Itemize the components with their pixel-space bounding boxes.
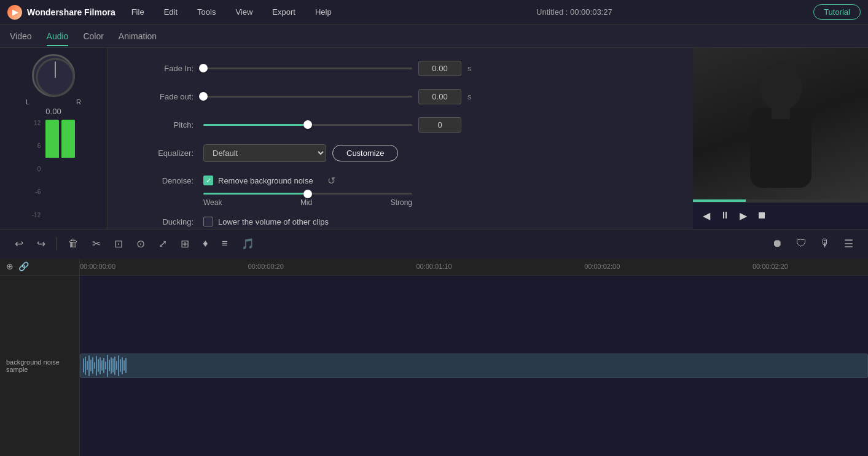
tabbar: Video Audio Color Animation xyxy=(0,25,868,48)
tab-color[interactable]: Color xyxy=(83,26,103,46)
play-pause-button[interactable]: ⏸ xyxy=(717,207,732,223)
tab-audio[interactable]: Audio xyxy=(47,26,69,46)
timeline-tracks: background noise sample xyxy=(0,276,868,457)
video-frame xyxy=(693,48,868,199)
fade-in-value[interactable] xyxy=(418,61,461,76)
waveform-bar xyxy=(114,357,115,375)
cut-button[interactable]: ✂ xyxy=(87,234,106,253)
tutorial-button[interactable]: Tutorial xyxy=(813,4,861,20)
menu-view[interactable]: View xyxy=(232,5,256,19)
video-progress-fill xyxy=(693,199,746,202)
denoise-scale-weak: Weak xyxy=(203,198,222,207)
denoise-reset-button[interactable]: ↺ xyxy=(323,172,340,189)
waveform-bar xyxy=(109,360,110,371)
tab-animation[interactable]: Animation xyxy=(119,26,157,46)
denoise-section: Denoise: ✓ Remove background noise ↺ Wea… xyxy=(108,167,693,212)
equalizer-content: Default Customize xyxy=(203,144,674,162)
main-area: L R 0.00 12 6 0 -6 -12 -18 -30 -42 -60 xyxy=(0,48,868,229)
menu-export[interactable]: Export xyxy=(268,5,299,19)
ducking-section: Ducking: Lower the volume of other clips… xyxy=(108,212,693,229)
menu-help[interactable]: Help xyxy=(311,5,335,19)
waveform-bar xyxy=(122,357,123,375)
toolbar-right: ⏺ 🛡 🎙 ☰ xyxy=(767,234,858,253)
waveform-bar xyxy=(105,361,106,369)
waveform-bar xyxy=(118,355,119,376)
waveform-bar xyxy=(123,360,125,371)
volume-dial[interactable] xyxy=(32,54,75,97)
pitch-value[interactable] xyxy=(418,117,461,133)
left-panel: L R 0.00 12 6 0 -6 -12 -18 -30 -42 -60 xyxy=(0,48,108,229)
audio-meter-container: L R 0.00 12 6 0 -6 -12 -18 -30 -42 -60 xyxy=(26,54,81,229)
video-progress-bar[interactable] xyxy=(693,199,868,202)
waveform-bar xyxy=(87,361,88,370)
pitch-slider-track[interactable] xyxy=(203,124,412,126)
waveform-bar xyxy=(116,361,117,370)
fade-out-slider-track[interactable] xyxy=(203,96,412,98)
waveform-bar xyxy=(90,360,92,371)
denoise-checkbox[interactable]: ✓ xyxy=(203,176,213,185)
delete-button[interactable]: 🗑 xyxy=(63,234,84,253)
effect-button[interactable]: ♦ xyxy=(198,234,213,253)
equalizer-select[interactable]: Default xyxy=(203,144,326,162)
denoise-scale-labels: Weak Mid Strong xyxy=(203,198,412,207)
person-svg xyxy=(732,53,830,194)
lr-labels: L R xyxy=(26,98,81,106)
track-label-area: background noise sample xyxy=(0,276,80,457)
ducking-checkbox[interactable] xyxy=(203,217,213,226)
track-label: background noise sample xyxy=(6,358,73,373)
tab-video[interactable]: Video xyxy=(10,26,32,46)
fade-out-content: s xyxy=(203,89,674,104)
shield-button[interactable]: 🛡 xyxy=(791,234,811,253)
list-button[interactable]: ☰ xyxy=(839,234,858,253)
video-preview xyxy=(693,48,868,199)
timestamp-1: 00:00:00:20 xyxy=(248,263,284,270)
record-button[interactable]: ⏺ xyxy=(767,234,788,253)
fit-button[interactable]: ⤢ xyxy=(154,234,172,253)
waveform-bar xyxy=(83,358,84,373)
denoise-slider-area: Weak Mid Strong xyxy=(203,193,674,207)
fade-in-slider-track[interactable] xyxy=(203,68,412,69)
timeline-ruler: ⊕ 🔗 00:00:00:00 00:00:00:20 00:00:01:10 … xyxy=(0,258,868,276)
track-clip[interactable] xyxy=(80,354,868,378)
pitch-content xyxy=(203,117,674,133)
next-frame-button[interactable]: ▶ xyxy=(737,207,749,224)
waveform-bar xyxy=(120,359,121,372)
undo-button[interactable]: ↩ xyxy=(10,234,28,253)
stop-button[interactable]: ⏹ xyxy=(754,207,769,223)
waveform-bar xyxy=(98,359,99,372)
ducking-label: Ducking: xyxy=(138,217,194,226)
fade-out-value[interactable] xyxy=(418,89,461,104)
app-logo-icon: ▶ xyxy=(7,5,22,20)
timeline-controls: ⊕ 🔗 xyxy=(0,258,80,275)
link-button[interactable]: 🔗 xyxy=(18,261,29,271)
denoise-slider-track[interactable] xyxy=(203,193,412,195)
rotate-button[interactable]: ⊙ xyxy=(131,234,150,253)
transform-button[interactable]: ⊞ xyxy=(176,234,194,253)
mic-button[interactable]: 🎙 xyxy=(815,234,835,253)
audio-button[interactable]: ≡ xyxy=(217,234,233,253)
prev-frame-button[interactable]: ◀ xyxy=(700,207,713,224)
meter-bar-left xyxy=(45,120,59,229)
app-logo: ▶ Wondershare Filmora xyxy=(7,5,115,20)
crop-button[interactable]: ⊡ xyxy=(109,234,128,253)
ducking-header: Ducking: Lower the volume of other clips xyxy=(138,217,674,226)
app-name: Wondershare Filmora xyxy=(27,7,115,17)
svg-point-1 xyxy=(759,62,802,111)
waveform-bar xyxy=(96,356,97,376)
waveform-button[interactable]: 🎵 xyxy=(237,234,259,253)
menubar: ▶ Wondershare Filmora File Edit Tools Vi… xyxy=(0,0,868,25)
waveform-bar xyxy=(85,357,86,375)
add-track-button[interactable]: ⊕ xyxy=(6,261,14,271)
track-clip-area xyxy=(80,276,868,457)
toolbar-separator-1 xyxy=(57,237,57,250)
fade-out-unit: s xyxy=(467,92,472,101)
waveform-bar xyxy=(107,355,108,377)
menu-edit[interactable]: Edit xyxy=(160,5,181,19)
customize-button[interactable]: Customize xyxy=(332,145,398,161)
menu-tools[interactable]: Tools xyxy=(194,5,219,19)
menu-file[interactable]: File xyxy=(128,5,148,19)
center-panel: Fade In: s Fade out: s xyxy=(108,48,693,229)
timestamp-2: 00:00:01:10 xyxy=(416,263,452,270)
redo-button[interactable]: ↪ xyxy=(32,234,50,253)
svg-rect-3 xyxy=(772,107,790,119)
